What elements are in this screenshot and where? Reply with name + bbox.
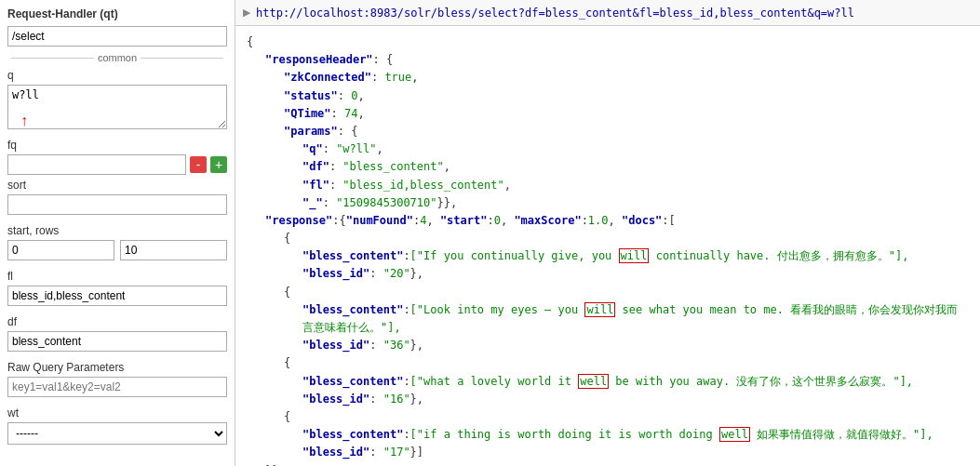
response-key: "response" <box>265 214 332 227</box>
doc4-bless-id-val: "17" <box>383 446 410 459</box>
q-label: q <box>7 69 227 82</box>
doc3-content-pre: ["what a lovely world it <box>410 375 579 388</box>
start-rows-row <box>7 240 227 266</box>
common-section-label: common <box>7 52 227 63</box>
fl-label: fl <box>7 270 227 283</box>
sort-input[interactable] <box>7 194 227 215</box>
rows-input[interactable] <box>120 240 227 260</box>
doc4-highlight: well <box>719 427 750 442</box>
fl-input[interactable] <box>7 286 227 306</box>
maxScore-val: 1.0 <box>588 214 609 227</box>
fq-minus-button[interactable]: - <box>190 156 207 173</box>
doc3-bless-id-val: "16" <box>383 393 410 406</box>
fl-param-val: "bless_id,bless_content" <box>342 179 503 192</box>
qtime-val: 74 <box>344 107 357 120</box>
response-close: }} <box>265 462 969 467</box>
doc3-open: { <box>284 354 969 372</box>
q-param-line: "q": "w?ll", <box>302 140 969 158</box>
doc1-bless-id-val: "20" <box>383 267 410 280</box>
q-param-key: "q" <box>302 142 323 155</box>
q-field-wrapper: w?ll ↑ <box>7 85 227 135</box>
underscore-val: "1509845300710" <box>336 196 436 209</box>
json-root-open: { <box>247 33 969 51</box>
doc1-bless-id-line: "bless_id": "20"}, <box>302 265 969 283</box>
qt-input[interactable] <box>7 26 227 47</box>
doc2-bless-content-key: "bless_content" <box>302 303 403 316</box>
doc3-bless-content-line: "bless_content":["what a lovely world it… <box>302 373 969 391</box>
response-line: "response":{"numFound":4, "start":0, "ma… <box>265 212 969 230</box>
q-input[interactable]: w?ll <box>7 85 227 129</box>
status-val: 0 <box>351 89 357 102</box>
doc2-bless-id-key: "bless_id" <box>302 339 369 352</box>
request-handler-title: Request-Handler (qt) <box>7 7 227 20</box>
doc1-content-pre: ["If you continually give, you <box>410 249 619 262</box>
raw-query-label: Raw Query Parameters <box>7 361 227 374</box>
docs-key: "docs" <box>622 214 662 227</box>
doc4-open: { <box>284 408 969 426</box>
numFound-val: 4 <box>420 214 426 227</box>
df-param-val: "bless_content" <box>342 160 443 173</box>
doc3-highlight: well <box>578 374 609 389</box>
params-key: "params" <box>284 125 338 138</box>
underscore-param-line: "_": "1509845300710"}}, <box>302 194 969 212</box>
doc1-highlight: will <box>619 248 650 263</box>
doc1-content-post: continually have. 付出愈多，拥有愈多。"], <box>649 249 908 262</box>
url-text: http://localhost:8983/solr/bless/select?… <box>256 7 854 20</box>
start-input[interactable] <box>7 240 114 260</box>
start-key: "start" <box>440 214 488 227</box>
maxScore-key: "maxScore" <box>514 214 581 227</box>
wt-select[interactable]: ------ <box>7 422 227 445</box>
doc4-bless-content-key: "bless_content" <box>302 428 403 441</box>
left-panel: Request-Handler (qt) common q w?ll ↑ fq … <box>0 0 235 466</box>
params-line: "params": { <box>284 123 969 140</box>
df-param-line: "df": "bless_content", <box>302 158 969 176</box>
df-param-key: "df" <box>302 160 329 173</box>
doc2-bless-id-line: "bless_id": "36"}, <box>302 337 969 354</box>
numFound-key: "numFound" <box>346 214 413 227</box>
right-panel: ▶ http://localhost:8983/solr/bless/selec… <box>235 0 980 466</box>
doc3-content-post: be with you away. 没有了你，这个世界多么寂寞。"], <box>609 375 913 388</box>
responseHeader-key: "responseHeader" <box>265 53 373 66</box>
doc2-content-pre: ["Look into my eyes — you <box>410 303 585 316</box>
responseHeader-line: "responseHeader": { <box>265 51 969 69</box>
doc4-bless-content-line: "bless_content":["if a thing is worth do… <box>302 426 969 444</box>
qtime-key: "QTime" <box>284 107 331 120</box>
fl-param-key: "fl" <box>302 179 329 192</box>
status-key: "status" <box>284 89 338 102</box>
doc2-open: { <box>284 284 969 301</box>
doc1-bless-content-key: "bless_content" <box>302 249 403 262</box>
json-content[interactable]: { "responseHeader": { "zkConnected": tru… <box>235 26 980 466</box>
wt-label: wt <box>7 406 227 419</box>
doc2-bless-id-val: "36" <box>383 339 410 352</box>
doc1-bless-id-key: "bless_id" <box>302 267 369 280</box>
zkConnected-line: "zkConnected": true, <box>284 69 969 87</box>
df-input[interactable] <box>7 331 227 352</box>
qtime-line: "QTime": 74, <box>284 105 969 123</box>
doc1-open: { <box>284 230 969 247</box>
url-bar: ▶ http://localhost:8983/solr/bless/selec… <box>235 0 980 26</box>
fq-input[interactable] <box>7 154 186 175</box>
start-rows-label: start, rows <box>7 224 227 237</box>
doc4-bless-id-line: "bless_id": "17"}] <box>302 444 969 461</box>
df-label: df <box>7 315 227 328</box>
raw-query-input[interactable] <box>7 377 227 397</box>
underscore-key: "_" <box>302 196 323 209</box>
zkConnected-val: true <box>384 71 411 84</box>
fq-plus-button[interactable]: + <box>210 156 227 173</box>
q-param-val: "w?ll" <box>336 142 376 155</box>
fq-label: fq <box>7 139 227 152</box>
zkConnected-key: "zkConnected" <box>284 71 371 84</box>
doc2-bless-content-line: "bless_content":["Look into my eyes — yo… <box>302 301 969 337</box>
doc4-content-pre: ["if a thing is worth doing it is worth … <box>410 428 719 441</box>
doc4-bless-id-key: "bless_id" <box>302 446 369 459</box>
start-val: 0 <box>494 214 501 227</box>
sort-label: sort <box>7 179 227 192</box>
fl-param-line: "fl": "bless_id,bless_content", <box>302 177 969 194</box>
doc3-bless-content-key: "bless_content" <box>302 375 403 388</box>
doc2-highlight: will <box>584 302 615 317</box>
url-icon: ▶ <box>243 7 250 19</box>
doc4-content-post: 如果事情值得做，就值得做好。"], <box>750 428 933 441</box>
fq-row: - + <box>7 154 227 175</box>
doc3-bless-id-line: "bless_id": "16"}, <box>302 391 969 408</box>
doc1-bless-content-line: "bless_content":["If you continually giv… <box>302 247 969 265</box>
